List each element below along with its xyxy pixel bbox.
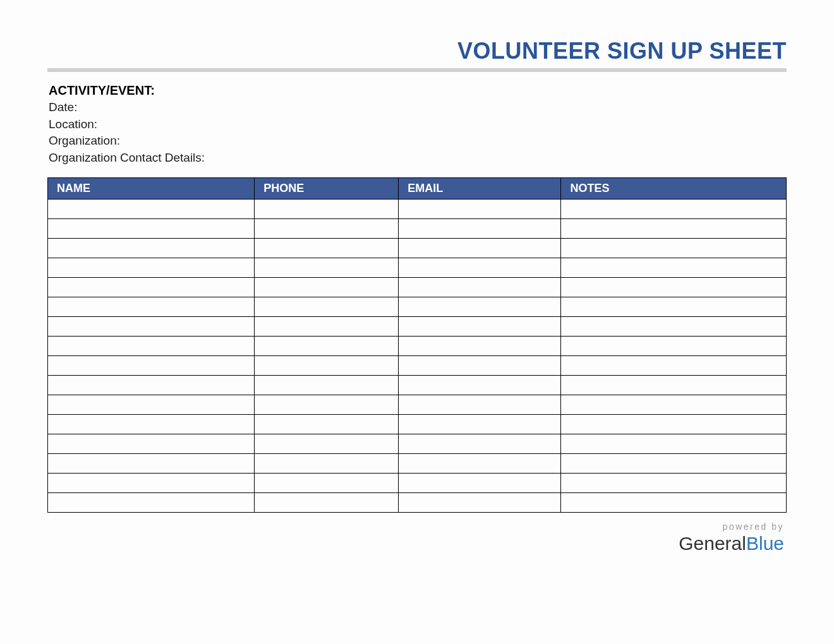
table-cell xyxy=(255,356,399,376)
table-cell xyxy=(48,297,255,317)
table-cell xyxy=(255,239,399,258)
table-cell xyxy=(561,434,787,454)
table-row xyxy=(48,474,787,493)
table-cell xyxy=(561,376,787,395)
table-cell xyxy=(255,434,399,454)
table-cell xyxy=(48,493,255,513)
table-row xyxy=(48,258,787,278)
table-cell xyxy=(561,415,787,434)
table-row xyxy=(48,415,787,434)
table-cell xyxy=(255,474,399,493)
table-cell xyxy=(255,454,399,474)
table-row xyxy=(48,493,787,513)
table-cell xyxy=(399,297,561,317)
table-cell xyxy=(48,454,255,474)
table-cell xyxy=(399,415,561,434)
table-cell xyxy=(399,493,561,513)
table-cell xyxy=(255,297,399,317)
table-cell xyxy=(255,258,399,278)
table-cell xyxy=(399,434,561,454)
table-row xyxy=(48,278,787,297)
table-cell xyxy=(48,239,255,258)
table-cell xyxy=(561,278,787,297)
table-cell xyxy=(48,219,255,239)
table-cell xyxy=(399,454,561,474)
table-cell xyxy=(48,474,255,493)
table-cell xyxy=(399,278,561,297)
event-info-section: ACTIVITY/EVENT: Date: Location: Organiza… xyxy=(47,83,787,166)
table-cell xyxy=(399,317,561,337)
column-header-phone: PHONE xyxy=(255,178,399,200)
table-cell xyxy=(255,219,399,239)
table-cell xyxy=(399,200,561,219)
table-cell xyxy=(255,317,399,337)
table-cell xyxy=(561,200,787,219)
table-row xyxy=(48,337,787,356)
table-cell xyxy=(48,317,255,337)
table-cell xyxy=(399,337,561,356)
table-row xyxy=(48,454,787,474)
table-cell xyxy=(48,415,255,434)
organization-label: Organization: xyxy=(49,133,787,150)
table-cell xyxy=(399,219,561,239)
table-cell xyxy=(561,297,787,317)
table-row xyxy=(48,317,787,337)
table-row xyxy=(48,356,787,376)
table-row xyxy=(48,297,787,317)
table-cell xyxy=(399,376,561,395)
table-cell xyxy=(561,356,787,376)
table-cell xyxy=(48,356,255,376)
table-cell xyxy=(255,415,399,434)
table-body xyxy=(48,200,787,513)
table-row xyxy=(48,219,787,239)
table-header-row: NAME PHONE EMAIL NOTES xyxy=(48,178,787,200)
location-label: Location: xyxy=(49,116,787,133)
document-footer: powered by GeneralBlue xyxy=(47,522,787,554)
column-header-notes: NOTES xyxy=(561,178,787,200)
brand-part-blue: Blue xyxy=(746,533,784,554)
date-label: Date: xyxy=(49,99,787,116)
table-cell xyxy=(255,337,399,356)
table-cell xyxy=(399,395,561,415)
table-row xyxy=(48,395,787,415)
table-cell xyxy=(561,474,787,493)
column-header-name: NAME xyxy=(48,178,255,200)
table-row xyxy=(48,376,787,395)
brand-part-general: General xyxy=(679,533,746,554)
table-cell xyxy=(48,258,255,278)
table-cell xyxy=(255,376,399,395)
table-cell xyxy=(399,239,561,258)
table-cell xyxy=(561,258,787,278)
table-cell xyxy=(48,434,255,454)
table-cell xyxy=(255,493,399,513)
table-cell xyxy=(48,278,255,297)
brand-logo: GeneralBlue xyxy=(47,533,784,554)
activity-event-label: ACTIVITY/EVENT: xyxy=(49,83,787,98)
table-cell xyxy=(48,395,255,415)
table-cell xyxy=(399,258,561,278)
table-cell xyxy=(399,356,561,376)
table-cell xyxy=(561,395,787,415)
table-cell xyxy=(255,278,399,297)
table-row xyxy=(48,200,787,219)
powered-by-text: powered by xyxy=(47,522,784,532)
table-row xyxy=(48,239,787,258)
table-cell xyxy=(399,474,561,493)
table-cell xyxy=(48,376,255,395)
table-cell xyxy=(561,219,787,239)
page-title: VOLUNTEER SIGN UP SHEET xyxy=(47,38,787,64)
table-cell xyxy=(561,493,787,513)
header-divider xyxy=(47,68,787,72)
document-header: VOLUNTEER SIGN UP SHEET xyxy=(47,38,787,64)
table-cell xyxy=(48,337,255,356)
contact-details-label: Organization Contact Details: xyxy=(49,150,787,167)
table-cell xyxy=(255,200,399,219)
table-cell xyxy=(561,454,787,474)
table-cell xyxy=(255,395,399,415)
table-cell xyxy=(561,337,787,356)
column-header-email: EMAIL xyxy=(399,178,561,200)
signup-table: NAME PHONE EMAIL NOTES xyxy=(47,177,787,513)
table-row xyxy=(48,434,787,454)
table-cell xyxy=(561,239,787,258)
table-cell xyxy=(48,200,255,219)
